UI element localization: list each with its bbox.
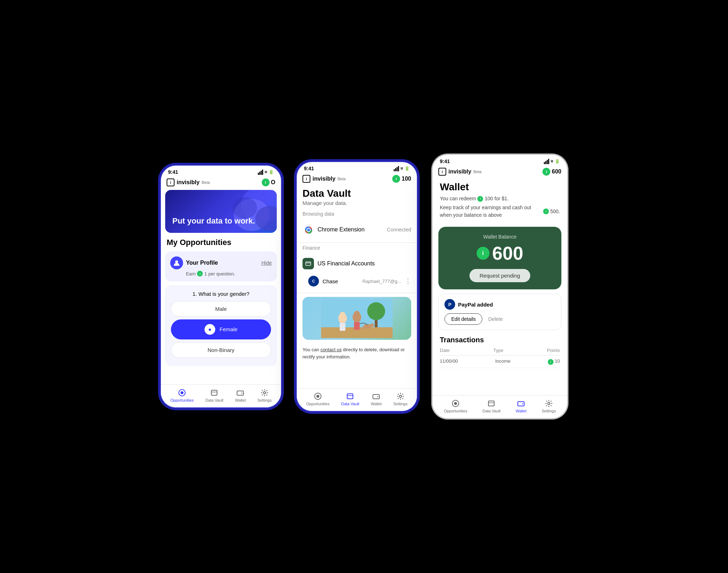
opportunities-nav-icon-3: [451, 399, 460, 408]
settings-nav-icon-2: [396, 392, 405, 401]
points-badge-2: i 100: [392, 175, 411, 183]
wallet-nav-icon-2: [372, 392, 380, 401]
finance-section: Finance US Financial Accounts C Chase Ra…: [297, 245, 417, 289]
people-illustration: [321, 299, 393, 338]
points-badge-3: i 600: [542, 168, 561, 176]
request-pending-button[interactable]: Request pending: [469, 269, 530, 282]
nav-opportunities-3[interactable]: Opportunities: [444, 399, 467, 413]
wallet-desc-2: Keep track of your earnings and cash out…: [433, 204, 567, 222]
points-value-2: 100: [402, 176, 411, 182]
app-header-1: i invisibly Beta i O: [161, 176, 281, 190]
logo-text-3: invisibly: [448, 168, 471, 175]
answer-female[interactable]: ● Female: [171, 319, 271, 339]
wallet-desc-1: You can redeem i 100 for $1.: [433, 195, 567, 204]
opportunities-title: My Opportunities: [161, 238, 281, 251]
hide-button[interactable]: Hide: [261, 260, 272, 266]
tx-date-value: 11/00/00: [440, 358, 458, 365]
points-value-1: O: [271, 179, 275, 186]
paypal-icon: P: [444, 299, 455, 310]
divider-1: [297, 243, 417, 243]
answer-male[interactable]: Male: [171, 301, 271, 317]
chase-email: Raphael_777@g...: [362, 279, 401, 284]
svg-rect-15: [306, 262, 311, 265]
chase-icon: C: [308, 276, 319, 286]
nav-settings-1[interactable]: Settings: [257, 388, 272, 402]
wallet-nav-icon-3: [517, 399, 525, 408]
app-logo-3: i: [438, 168, 446, 176]
phones-container: 9:41 ⌗ 🔋 i invisibly Beta i O: [160, 154, 568, 419]
svg-point-19: [367, 302, 385, 320]
coin-balance-icon: i: [477, 247, 490, 260]
coin-icon-1: i: [262, 178, 270, 186]
logo-area-1: i invisibly Beta: [167, 178, 210, 186]
beta-badge-1: Beta: [202, 180, 210, 185]
nav-settings-3[interactable]: Settings: [542, 399, 556, 413]
status-icons-1: ⌗ 🔋: [258, 170, 274, 175]
finance-icon: [302, 258, 314, 269]
edit-details-button[interactable]: Edit details: [444, 313, 482, 325]
svg-rect-9: [237, 391, 244, 395]
profile-icon: [173, 259, 180, 266]
chrome-name: Chrome Extension: [318, 226, 383, 233]
app-logo-1: i: [167, 178, 174, 186]
svg-point-31: [316, 395, 319, 398]
svg-point-3: [232, 197, 257, 219]
chrome-item: Chrome Extension Connected: [302, 220, 411, 239]
logo-text-2: invisibly: [313, 176, 335, 182]
svg-point-23: [340, 312, 345, 318]
contact-text: You can contact us directly to delete, d…: [297, 343, 417, 365]
settings-nav-icon-1: [260, 388, 269, 397]
nav-datavault-2[interactable]: Data Vault: [341, 392, 359, 406]
logo-area-2: i invisibly Beta: [302, 175, 346, 183]
transactions-section: Transactions Date Type Points 11/00/00 I…: [433, 333, 567, 368]
transactions-header: Date Type Points: [440, 348, 560, 356]
tx-date-header: Date: [440, 348, 449, 353]
bottom-nav-2: Opportunities Data Vault Wallet Settings: [297, 388, 417, 411]
nav-wallet-3[interactable]: Wallet: [516, 399, 526, 413]
earn-coin-icon: i: [197, 271, 203, 276]
answer-nonbinary[interactable]: Non-Binary: [171, 342, 271, 358]
delete-button[interactable]: Delete: [488, 313, 502, 325]
tx-type-header: Type: [493, 348, 503, 353]
nav-wallet-1[interactable]: Wallet: [235, 388, 246, 402]
beta-badge-2: Beta: [338, 177, 346, 181]
svg-point-4: [175, 260, 178, 263]
nav-datavault-3[interactable]: Data Vault: [482, 399, 501, 413]
profile-left: Your Profile: [170, 256, 218, 269]
datavault-subtitle: Manage your data.: [297, 200, 417, 211]
paypal-actions: Edit details Delete: [444, 313, 555, 325]
chase-name: Chase: [323, 278, 359, 284]
finance-item: US Financial Accounts: [302, 254, 411, 273]
wallet-balance-card: Wallet Balance i 600 Request pending: [438, 227, 561, 289]
paypal-header: P PayPal added: [444, 299, 555, 310]
nav-datavault-1[interactable]: Data Vault: [205, 388, 223, 402]
profile-name: Your Profile: [186, 260, 218, 266]
svg-point-10: [264, 392, 266, 394]
svg-rect-25: [354, 322, 360, 330]
browsing-label: Browsing data: [302, 211, 411, 217]
nav-opportunities-1[interactable]: Opportunities: [170, 388, 193, 402]
svg-point-41: [548, 402, 550, 405]
nav-settings-2[interactable]: Settings: [393, 392, 408, 406]
svg-rect-32: [347, 394, 353, 399]
phone-2: 9:41 ⌗ 🔋 i invisibly Beta i 10: [296, 161, 418, 412]
three-dots-menu[interactable]: ⋮: [405, 277, 411, 285]
bottom-nav-3: Opportunities Data Vault Wallet Settings: [433, 395, 567, 418]
svg-point-37: [454, 402, 457, 405]
nav-opportunities-2[interactable]: Opportunities: [306, 392, 329, 406]
wallet-balance-label: Wallet Balance: [446, 234, 554, 240]
nav-wallet-2[interactable]: Wallet: [371, 392, 382, 406]
phone-1: 9:41 ⌗ 🔋 i invisibly Beta i O: [160, 165, 282, 408]
question-card: 1. What is your gender? Male ● Female No…: [165, 285, 277, 366]
finance-name: US Financial Accounts: [318, 260, 411, 267]
svg-point-28: [370, 323, 374, 327]
transactions-title: Transactions: [440, 336, 560, 344]
wifi-icon-2: ⌗: [400, 166, 403, 171]
wifi-icon-1: ⌗: [265, 170, 267, 175]
svg-point-26: [354, 311, 360, 317]
coin-desc-2: i: [543, 209, 549, 214]
hero-banner: Put your data to work.: [165, 190, 277, 233]
settings-nav-icon-3: [545, 399, 553, 408]
contact-us-link[interactable]: contact us: [320, 347, 341, 352]
wallet-title: Wallet: [433, 179, 567, 195]
